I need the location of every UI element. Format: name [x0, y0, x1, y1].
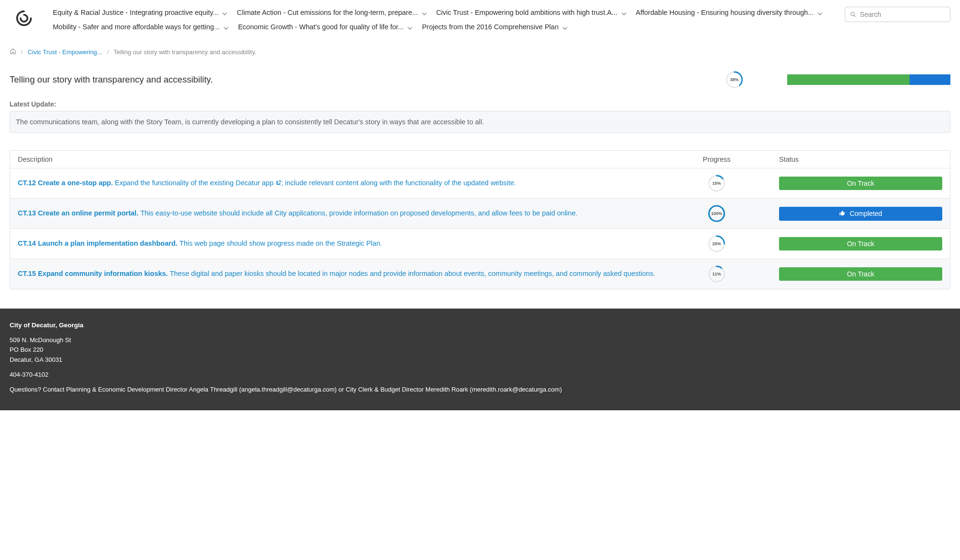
- row-description[interactable]: CT.12 Create a one-stop app. Expand the …: [18, 178, 683, 188]
- nav-item-label: Mobility - Safer and more affordable way…: [53, 23, 220, 31]
- row-status-cell: On Track: [750, 177, 942, 190]
- search-field[interactable]: [845, 7, 950, 22]
- page-title: Telling our story with transparency and …: [10, 74, 715, 85]
- row-title: Create a one-stop app.: [38, 179, 115, 187]
- search-input[interactable]: [860, 11, 945, 18]
- th-description: Description: [18, 155, 683, 163]
- table-header: Description Progress Status: [10, 151, 950, 168]
- nav-item-label: Affordable Housing - Ensuring housing di…: [636, 9, 814, 16]
- nav-item[interactable]: Affordable Housing - Ensuring housing di…: [636, 7, 823, 18]
- row-title: Create an online permit portal.: [38, 209, 141, 217]
- table-row: CT.14 Launch a plan implementation dashb…: [10, 228, 950, 259]
- row-description[interactable]: CT.13 Create an online permit portal. Th…: [18, 208, 683, 218]
- footer-phone: 404-370-4102: [10, 371, 950, 379]
- row-progress: 100%: [683, 204, 750, 223]
- overall-progress: 38%: [715, 71, 754, 89]
- row-progress-label: 15%: [708, 174, 726, 192]
- row-progress-label: 25%: [708, 235, 726, 253]
- row-code: CT.14: [18, 239, 38, 247]
- row-status-cell: On Track: [750, 237, 942, 250]
- status-badge: On Track: [779, 267, 942, 281]
- nav-item-label: Climate Action - Cut emissions for the l…: [237, 9, 418, 16]
- nav-item[interactable]: Economic Growth - What's good for qualit…: [238, 21, 412, 33]
- thumbs-up-icon: [839, 210, 846, 218]
- nav-item-label: Civic Trust - Empowering bold ambitions …: [436, 9, 618, 16]
- latest-update-label: Latest Update:: [10, 100, 950, 108]
- status-badge: On Track: [779, 177, 942, 190]
- chevron-down-icon: [224, 24, 228, 29]
- row-body: This web page should show progress made …: [180, 239, 382, 247]
- search-icon: [850, 11, 856, 18]
- th-status: Status: [750, 155, 942, 163]
- row-description[interactable]: CT.14 Launch a plan implementation dashb…: [18, 238, 683, 249]
- logo[interactable]: [10, 7, 38, 27]
- home-icon: [10, 48, 16, 55]
- row-progress: 15%: [683, 174, 750, 192]
- projects-table: Description Progress Status CT.12 Create…: [10, 150, 950, 289]
- breadcrumb-sep: /: [21, 48, 23, 56]
- row-progress: 25%: [683, 235, 750, 253]
- row-body: This easy-to-use website should include …: [140, 209, 577, 217]
- row-status-cell: On Track: [750, 267, 942, 281]
- breadcrumb-sep: /: [107, 48, 109, 56]
- title-row: Telling our story with transparency and …: [10, 71, 950, 89]
- footer-addr3: Decatur, GA 30031: [10, 356, 950, 364]
- breadcrumb: / Civic Trust - Empowering... / Telling …: [10, 48, 950, 56]
- row-status-cell: Completed: [750, 207, 942, 221]
- footer-contact: Questions? Contact Planning & Economic D…: [10, 386, 950, 394]
- search-wrap: [845, 7, 950, 22]
- row-progress: 11%: [683, 265, 750, 283]
- nav-item-label: Projects from the 2016 Comprehensive Pla…: [422, 23, 559, 31]
- footer-addr2: PO Box 220: [10, 346, 950, 354]
- overall-status-bar: [787, 74, 950, 85]
- table-row: CT.12 Create a one-stop app. Expand the …: [10, 168, 950, 198]
- chevron-down-icon: [222, 10, 227, 15]
- th-progress: Progress: [683, 155, 750, 163]
- status-badge: Completed: [779, 207, 942, 221]
- nav-item[interactable]: Mobility - Safer and more affordable way…: [53, 21, 228, 33]
- nav-item-label: Economic Growth - What's good for qualit…: [238, 23, 404, 31]
- row-description[interactable]: CT.15 Expand community information kiosk…: [18, 269, 683, 279]
- breadcrumb-home[interactable]: [10, 48, 16, 56]
- svg-line-1: [854, 15, 855, 17]
- chevron-down-icon: [563, 24, 567, 29]
- nav-item-label: Equity & Racial Justice - Integrating pr…: [53, 9, 218, 16]
- row-body: Expand the functionality of the existing…: [115, 179, 276, 187]
- row-progress-label: 100%: [708, 204, 726, 223]
- latest-update-box: The communications team, along with the …: [10, 111, 950, 133]
- footer: City of Decatur, Georgia 509 N. McDonoug…: [0, 309, 960, 410]
- table-row: CT.13 Create an online permit portal. Th…: [10, 198, 950, 228]
- status-label: Completed: [850, 210, 882, 217]
- row-body: ; include relevant content along with th…: [281, 179, 516, 187]
- nav-item[interactable]: Equity & Racial Justice - Integrating pr…: [53, 7, 227, 18]
- row-code: CT.12: [18, 179, 38, 187]
- chevron-down-icon: [422, 10, 427, 15]
- table-row: CT.15 Expand community information kiosk…: [10, 259, 950, 289]
- row-code: CT.15: [18, 270, 38, 277]
- status-label: On Track: [847, 179, 875, 187]
- header: Equity & Racial Justice - Integrating pr…: [0, 0, 960, 36]
- row-title: Launch a plan implementation dashboard.: [38, 239, 180, 247]
- row-code: CT.13: [18, 209, 38, 217]
- nav-item[interactable]: Projects from the 2016 Comprehensive Pla…: [422, 21, 567, 33]
- status-label: On Track: [847, 270, 875, 278]
- row-body: These digital and paper kiosks should be…: [170, 270, 656, 277]
- spiral-logo-icon: [15, 10, 33, 27]
- nav-item[interactable]: Civic Trust - Empowering bold ambitions …: [436, 7, 626, 18]
- chevron-down-icon: [817, 10, 822, 15]
- status-badge: On Track: [779, 237, 942, 250]
- overall-progress-label: 38%: [725, 71, 744, 89]
- footer-addr1: 509 N. McDonough St: [10, 336, 950, 345]
- row-title: Expand community information kiosks.: [38, 270, 170, 277]
- status-label: On Track: [847, 240, 875, 248]
- breadcrumb-current: Telling our story with transparency and …: [114, 48, 256, 56]
- main-content: / Civic Trust - Empowering... / Telling …: [0, 36, 960, 309]
- external-link-icon: [276, 179, 281, 184]
- top-nav: Equity & Racial Justice - Integrating pr…: [53, 7, 830, 33]
- footer-title: City of Decatur, Georgia: [10, 321, 950, 330]
- chevron-down-icon: [408, 24, 412, 29]
- nav-item[interactable]: Climate Action - Cut emissions for the l…: [237, 7, 426, 18]
- row-progress-label: 11%: [708, 265, 726, 283]
- chevron-down-icon: [622, 10, 626, 15]
- breadcrumb-link[interactable]: Civic Trust - Empowering...: [28, 48, 102, 56]
